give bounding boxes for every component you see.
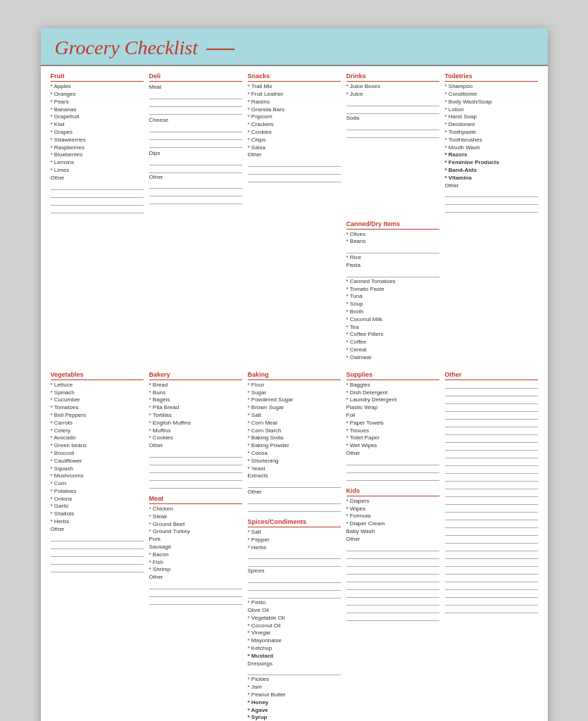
blank[interactable] [445,490,538,497]
blank[interactable] [51,550,144,557]
blank[interactable] [248,481,341,488]
blank[interactable] [445,397,538,404]
blank[interactable] [346,560,439,567]
blank[interactable] [149,100,242,107]
blank[interactable] [248,576,341,583]
blank[interactable] [445,206,538,213]
blank[interactable] [149,108,242,115]
blank[interactable] [445,598,538,606]
blank[interactable] [445,190,538,197]
blank[interactable] [51,542,144,549]
spices-item: Dressings [248,660,341,668]
blank[interactable] [51,199,144,206]
blank[interactable] [445,428,538,435]
blank[interactable] [346,474,439,481]
blank[interactable] [248,560,341,567]
blank[interactable] [51,558,144,565]
blank[interactable] [149,133,242,140]
blank[interactable] [445,451,538,458]
blank[interactable] [445,529,538,536]
blank[interactable] [445,405,538,412]
blank[interactable] [248,668,341,675]
blank[interactable] [149,458,242,465]
blank[interactable] [445,467,538,474]
blank[interactable] [445,420,538,427]
checklist-icon: ―― [206,40,234,56]
blank[interactable] [346,246,439,253]
blank[interactable] [346,99,439,106]
blank[interactable] [445,568,538,575]
blank[interactable] [248,497,341,504]
blank[interactable] [149,182,242,189]
blank[interactable] [445,389,538,396]
blank[interactable] [346,568,439,575]
blank[interactable] [149,189,242,196]
blank[interactable] [346,123,439,130]
blank[interactable] [445,552,538,559]
blank[interactable] [51,183,144,190]
blank[interactable] [149,451,242,458]
blank[interactable] [248,175,341,182]
blank[interactable] [248,584,341,591]
blank[interactable] [248,505,341,512]
blank[interactable] [445,436,538,443]
blank[interactable] [346,107,439,114]
blank[interactable] [149,197,242,204]
blank[interactable] [445,198,538,205]
blank[interactable] [149,92,242,99]
blank[interactable] [346,583,439,590]
blank[interactable] [445,606,538,613]
blank[interactable] [149,466,242,473]
blank[interactable] [346,131,439,138]
blank[interactable] [149,166,242,173]
blank[interactable] [248,160,341,167]
blank[interactable] [445,475,538,482]
blank[interactable] [445,544,538,551]
blank[interactable] [149,474,242,481]
blank[interactable] [445,560,538,567]
blank[interactable] [149,482,242,489]
blank[interactable] [248,591,341,598]
blank[interactable] [149,590,242,597]
spices-item: * Honey [248,699,341,707]
blank[interactable] [51,565,144,572]
blank[interactable] [445,459,538,466]
blank[interactable] [149,582,242,589]
blank[interactable] [248,552,341,559]
veg-other: Other [51,526,144,534]
blank[interactable] [346,552,439,559]
blank[interactable] [149,158,242,165]
blank[interactable] [346,544,439,551]
blank[interactable] [346,458,439,465]
blank[interactable] [445,506,538,513]
baking-item: * Sugar [248,389,341,397]
blank[interactable] [445,521,538,528]
blank[interactable] [346,575,439,582]
blank[interactable] [51,191,144,198]
blank[interactable] [149,125,242,132]
header: Grocery Checklist ―― [41,28,548,66]
blank[interactable] [445,444,538,451]
blank[interactable] [445,382,538,389]
blank[interactable] [445,513,538,520]
blank[interactable] [346,606,439,613]
canned-item: * Cereal [346,346,439,354]
blank[interactable] [149,141,242,148]
blank[interactable] [149,598,242,605]
blank[interactable] [445,575,538,582]
blank[interactable] [445,498,538,505]
baking-item: * Brown Sugar [248,404,341,412]
blank[interactable] [51,206,144,213]
blank[interactable] [346,598,439,606]
blank[interactable] [346,614,439,621]
blank[interactable] [51,534,144,541]
blank[interactable] [445,537,538,544]
blank[interactable] [346,270,439,277]
blank[interactable] [445,413,538,420]
blank[interactable] [248,168,341,175]
blank[interactable] [346,591,439,598]
blank[interactable] [346,466,439,473]
blank[interactable] [445,583,538,590]
blank[interactable] [445,482,538,489]
blank[interactable] [445,591,538,598]
